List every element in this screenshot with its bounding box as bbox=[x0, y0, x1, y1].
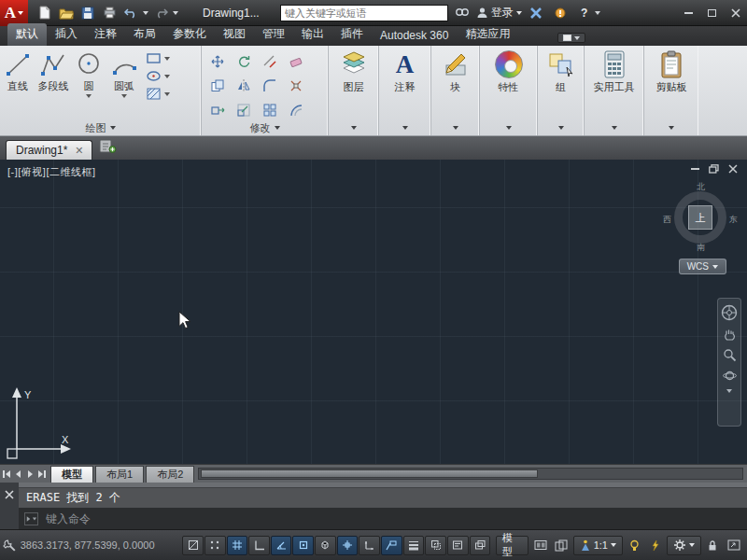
ribbon-tab-parametric[interactable]: 参数化 bbox=[164, 23, 215, 46]
save-button[interactable] bbox=[78, 4, 97, 22]
dynamic-ucs-toggle[interactable] bbox=[359, 536, 380, 555]
ellipse-flyout-icon[interactable] bbox=[164, 75, 170, 78]
offset-tool[interactable] bbox=[283, 98, 308, 121]
ribbon-tab-annotate[interactable]: 注释 bbox=[86, 23, 125, 46]
polar-toggle[interactable] bbox=[271, 536, 292, 555]
clipboard-button[interactable]: 剪贴板 bbox=[644, 46, 698, 94]
horizontal-scrollbar[interactable] bbox=[198, 468, 743, 480]
lineweight-toggle[interactable] bbox=[403, 536, 425, 555]
viewport-restore-button[interactable] bbox=[709, 164, 719, 174]
grid-toggle[interactable] bbox=[227, 536, 248, 555]
quick-view-layouts-button[interactable] bbox=[530, 536, 551, 555]
fillet-tool[interactable] bbox=[257, 74, 282, 97]
search-icon[interactable] bbox=[452, 4, 472, 22]
help-search-input[interactable] bbox=[280, 5, 448, 21]
line-tool[interactable]: 直线 bbox=[0, 46, 35, 121]
layout-first-button[interactable] bbox=[0, 467, 12, 482]
command-input[interactable] bbox=[44, 511, 747, 526]
dynamic-input-toggle[interactable] bbox=[381, 536, 402, 555]
quick-properties-toggle[interactable] bbox=[447, 536, 469, 555]
ribbon-tab-manage[interactable]: 管理 bbox=[254, 23, 293, 46]
undo-button[interactable] bbox=[121, 4, 140, 22]
osnap-toggle[interactable] bbox=[292, 536, 314, 555]
viewport-close-button[interactable] bbox=[728, 164, 738, 174]
rectangle-tool[interactable] bbox=[146, 51, 170, 65]
hatch-tool[interactable] bbox=[146, 87, 170, 101]
minimize-button[interactable] bbox=[677, 4, 700, 22]
tab-close-icon[interactable]: ✕ bbox=[75, 145, 83, 157]
polyline-tool[interactable]: 多段线 bbox=[35, 46, 71, 121]
ribbon-tab-plugins[interactable]: 插件 bbox=[332, 23, 372, 46]
panel-layers-title[interactable] bbox=[329, 120, 378, 135]
ribbon-tab-a360[interactable]: Autodesk 360 bbox=[372, 26, 457, 46]
utilities-button[interactable]: 实用工具 bbox=[585, 46, 643, 94]
groups-button[interactable]: 组 bbox=[538, 46, 584, 94]
lock-ui-button[interactable] bbox=[703, 536, 724, 555]
scrollbar-thumb[interactable] bbox=[201, 469, 538, 478]
recent-commands-button[interactable] bbox=[24, 512, 38, 525]
hatch-flyout-icon[interactable] bbox=[164, 92, 170, 96]
tab-layout1[interactable]: 布局1 bbox=[95, 466, 144, 483]
viewcube-north-label[interactable]: 北 bbox=[697, 181, 705, 193]
snap-toggle[interactable] bbox=[204, 536, 226, 555]
circle-flyout-icon[interactable] bbox=[86, 94, 92, 98]
block-button[interactable]: 块 bbox=[431, 46, 479, 94]
panel-draw-title[interactable]: 绘图 bbox=[0, 120, 201, 135]
viewcube-east-label[interactable]: 东 bbox=[729, 214, 738, 226]
help-button[interactable]: ? bbox=[574, 4, 595, 22]
panel-annotation-title[interactable] bbox=[379, 120, 430, 135]
drawing-tab[interactable]: Drawing1* ✕ bbox=[6, 140, 92, 160]
open-button[interactable] bbox=[57, 4, 76, 22]
rectangle-flyout-icon[interactable] bbox=[164, 57, 170, 61]
array-tool[interactable] bbox=[257, 98, 282, 121]
layers-button[interactable]: 图层 bbox=[329, 46, 378, 94]
erase-tool[interactable] bbox=[283, 49, 308, 73]
tab-layout2[interactable]: 布局2 bbox=[146, 466, 194, 483]
otrack-toggle[interactable] bbox=[337, 536, 359, 555]
signin-area[interactable]: 登录 bbox=[476, 5, 522, 21]
model-space-button[interactable]: 模型 bbox=[496, 536, 529, 555]
trim-tool[interactable] bbox=[257, 49, 282, 73]
scale-tool[interactable] bbox=[231, 98, 256, 121]
panel-utilities-title[interactable] bbox=[585, 120, 643, 135]
arc-tool[interactable]: 圆弧 bbox=[106, 46, 142, 121]
workspace-switch-button[interactable] bbox=[667, 536, 701, 555]
autoscale-button[interactable] bbox=[645, 536, 666, 555]
arc-flyout-icon[interactable] bbox=[121, 94, 127, 98]
tab-model[interactable]: 模型 bbox=[50, 466, 93, 483]
panel-clipboard-title[interactable] bbox=[644, 120, 698, 135]
ellipse-tool[interactable] bbox=[146, 69, 170, 83]
annotation-scale-button[interactable]: 1:1 bbox=[573, 536, 623, 555]
drawing-canvas[interactable]: [-][俯视][二维线框] 上 北 南 东 西 WCS bbox=[0, 160, 747, 464]
pan-button[interactable] bbox=[723, 328, 737, 342]
viewport-controls[interactable]: [-][俯视][二维线框] bbox=[7, 165, 96, 179]
panel-groups-title[interactable] bbox=[538, 120, 584, 135]
close-button[interactable] bbox=[724, 4, 747, 22]
maximize-button[interactable] bbox=[700, 4, 724, 22]
wcs-button[interactable]: WCS bbox=[679, 259, 726, 274]
new-button[interactable] bbox=[35, 4, 54, 22]
communication-center-icon[interactable] bbox=[550, 4, 571, 22]
viewport-minimize-button[interactable] bbox=[691, 168, 699, 170]
help-dropdown-icon[interactable] bbox=[595, 11, 600, 15]
infer-constraints-toggle[interactable] bbox=[182, 536, 204, 555]
command-close-button[interactable] bbox=[5, 490, 14, 499]
ribbon-tab-insert[interactable]: 插入 bbox=[47, 23, 86, 46]
mirror-tool[interactable] bbox=[231, 74, 256, 97]
panel-properties-title[interactable] bbox=[480, 120, 537, 135]
selection-cycling-toggle[interactable] bbox=[470, 536, 491, 555]
plot-button[interactable] bbox=[100, 4, 119, 22]
layout-last-button[interactable] bbox=[36, 467, 49, 482]
ribbon-tab-output[interactable]: 输出 bbox=[293, 23, 332, 46]
transparency-toggle[interactable] bbox=[425, 536, 446, 555]
ortho-toggle[interactable] bbox=[248, 536, 270, 555]
rotate-tool[interactable] bbox=[231, 49, 256, 73]
properties-button[interactable]: 特性 bbox=[480, 46, 537, 94]
move-tool[interactable] bbox=[204, 49, 230, 73]
annotation-visibility-button[interactable] bbox=[624, 536, 644, 555]
ribbon-tab-layout[interactable]: 布局 bbox=[125, 23, 164, 46]
ribbon-tab-home[interactable]: 默认 bbox=[7, 23, 47, 46]
panel-block-title[interactable] bbox=[431, 120, 479, 135]
explode-tool[interactable] bbox=[283, 74, 308, 97]
coordinates-display[interactable]: 3863.3173, 877.5399, 0.0000 bbox=[21, 539, 182, 551]
